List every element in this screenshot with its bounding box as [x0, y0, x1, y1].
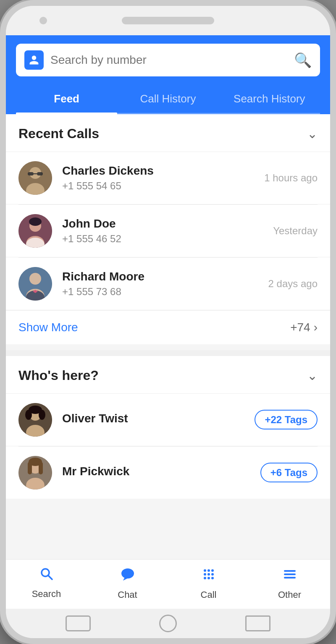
search-magnify-icon[interactable]: 🔍 [294, 52, 312, 68]
call-icon [201, 566, 217, 586]
back-button[interactable] [66, 615, 91, 631]
svg-point-33 [122, 569, 133, 577]
svg-rect-3 [28, 172, 34, 175]
svg-rect-26 [28, 462, 32, 474]
svg-rect-4 [37, 172, 43, 175]
tags-badge[interactable]: +22 Tags [255, 414, 318, 426]
svg-rect-44 [284, 573, 296, 575]
show-more-count: +74 › [290, 321, 318, 334]
recent-calls-title: Recent Calls [18, 126, 99, 141]
home-button[interactable] [159, 615, 177, 632]
phone-bottom-bar [6, 609, 330, 638]
avatar-image [18, 403, 52, 437]
recent-calls-section: Recent Calls ⌄ [6, 114, 330, 344]
avatar [18, 267, 52, 301]
contact-info: Richard Moore +1 555 73 68 [62, 270, 268, 298]
svg-point-37 [204, 573, 206, 576]
chat-icon [120, 566, 136, 586]
bottom-nav: Search Chat [6, 559, 330, 609]
other-icon [282, 566, 298, 586]
nav-label-other: Other [278, 589, 301, 600]
person-icon [29, 55, 39, 65]
nav-label-call: Call [201, 589, 217, 600]
svg-point-10 [29, 217, 42, 226]
call-item[interactable]: Richard Moore +1 555 73 68 2 days ago [6, 258, 330, 310]
svg-rect-43 [284, 570, 296, 572]
whos-here-section: Who's here? ⌄ [6, 356, 330, 499]
main-content: Recent Calls ⌄ [6, 114, 330, 559]
svg-line-29 [48, 576, 52, 580]
search-input[interactable] [50, 53, 294, 67]
svg-point-35 [207, 569, 210, 572]
contact-info: Mr Pickwick [62, 465, 260, 481]
contact-info: Oliver Twist [62, 412, 255, 428]
nav-item-chat[interactable]: Chat [87, 566, 168, 600]
contact-name: Mr Pickwick [62, 465, 260, 478]
nav-label-chat: Chat [118, 589, 137, 600]
contacts-icon [24, 50, 44, 70]
phone-content: 🔍 Feed Call History Search History R [6, 35, 330, 609]
tags-badge[interactable]: +6 Tags [260, 467, 318, 479]
svg-point-36 [211, 569, 214, 572]
contact-name: Oliver Twist [62, 412, 255, 425]
contact-info: John Doe +1 555 46 52 [62, 217, 273, 245]
nav-label-search: Search [32, 589, 61, 599]
avatar [18, 403, 52, 437]
whos-here-item[interactable]: Mr Pickwick +6 Tags [6, 447, 330, 499]
tab-call-history[interactable]: Call History [117, 85, 218, 113]
bottom-spacer [6, 505, 330, 513]
svg-rect-45 [284, 577, 296, 579]
search-bar[interactable]: 🔍 [16, 44, 320, 76]
contact-phone: +1 555 54 65 [62, 180, 264, 192]
phone-top-bar [6, 6, 330, 35]
avatar [18, 161, 52, 195]
camera-dot [39, 17, 47, 24]
avatar-image [18, 161, 52, 195]
contact-name: John Doe [62, 217, 273, 230]
avatar-image [18, 214, 52, 248]
avatar-image [18, 456, 52, 490]
search-icon [39, 566, 54, 585]
speaker [122, 17, 214, 24]
call-time: Yesterday [273, 225, 318, 237]
avatar [18, 456, 52, 490]
svg-point-38 [207, 573, 210, 576]
whos-here-title: Who's here? [18, 368, 99, 383]
nav-item-call[interactable]: Call [168, 566, 249, 600]
avatar-image [18, 267, 52, 301]
svg-point-39 [211, 573, 214, 576]
tab-feed[interactable]: Feed [16, 85, 117, 113]
call-time: 2 days ago [268, 278, 318, 290]
nav-item-other[interactable]: Other [249, 566, 330, 600]
nav-item-search[interactable]: Search [6, 566, 87, 600]
tabs-bar: Feed Call History Search History [16, 85, 320, 114]
svg-point-21 [39, 410, 45, 420]
whos-here-header: Who's here? ⌄ [6, 356, 330, 394]
svg-point-41 [207, 577, 210, 579]
section-divider [6, 350, 330, 356]
svg-point-34 [204, 569, 206, 572]
call-item[interactable]: John Doe +1 555 46 52 Yesterday [6, 205, 330, 257]
svg-point-12 [29, 273, 41, 285]
call-item[interactable]: Charles Dickens +1 555 54 65 1 hours ago [6, 152, 330, 204]
whos-here-item[interactable]: Oliver Twist +22 Tags [6, 394, 330, 446]
avatar [18, 214, 52, 248]
contact-name: Charles Dickens [62, 164, 264, 178]
contact-phone: +1 555 73 68 [62, 286, 268, 298]
contact-name: Richard Moore [62, 270, 268, 283]
svg-point-20 [25, 410, 32, 420]
svg-point-40 [204, 577, 206, 579]
recent-calls-chevron[interactable]: ⌄ [307, 126, 318, 141]
recents-button[interactable] [245, 615, 270, 631]
whos-here-chevron[interactable]: ⌄ [307, 368, 318, 383]
svg-rect-27 [39, 462, 43, 474]
recent-calls-header: Recent Calls ⌄ [6, 114, 330, 152]
tab-search-history[interactable]: Search History [219, 85, 320, 113]
call-time: 1 hours ago [264, 172, 318, 184]
show-more-label[interactable]: Show More [18, 321, 78, 334]
svg-point-42 [211, 577, 214, 579]
contact-info: Charles Dickens +1 555 54 65 [62, 164, 264, 192]
phone-shell: 🔍 Feed Call History Search History R [0, 0, 336, 644]
show-more-row[interactable]: Show More +74 › [6, 310, 330, 344]
spacer [289, 17, 297, 24]
